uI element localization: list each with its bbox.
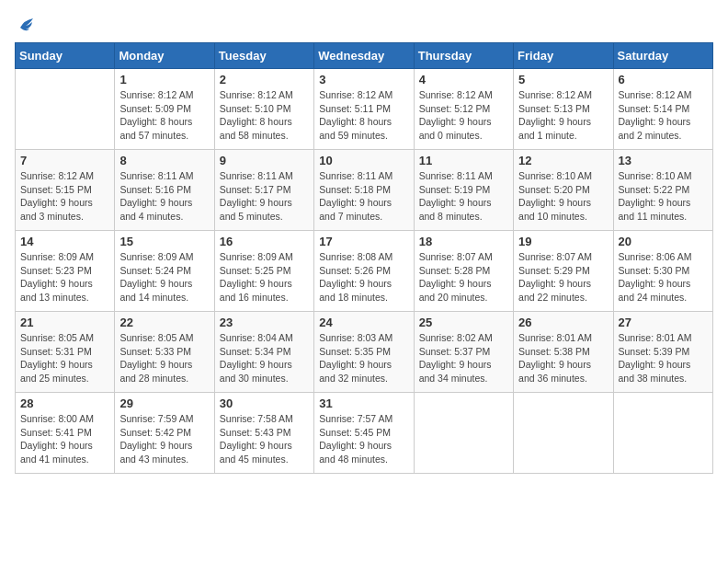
calendar-day-cell: 17Sunrise: 8:08 AM Sunset: 5:26 PM Dayli…	[314, 231, 414, 312]
calendar-week-row: 1Sunrise: 8:12 AM Sunset: 5:09 PM Daylig…	[16, 69, 713, 150]
calendar-day-cell: 4Sunrise: 8:12 AM Sunset: 5:12 PM Daylig…	[414, 69, 513, 150]
day-info: Sunrise: 8:02 AM Sunset: 5:37 PM Dayligh…	[419, 331, 508, 385]
day-info: Sunrise: 8:12 AM Sunset: 5:11 PM Dayligh…	[319, 88, 408, 143]
calendar-day-cell: 2Sunrise: 8:12 AM Sunset: 5:10 PM Daylig…	[214, 69, 313, 150]
weekday-header-row: SundayMondayTuesdayWednesdayThursdayFrid…	[16, 43, 713, 69]
day-info: Sunrise: 8:09 AM Sunset: 5:25 PM Dayligh…	[220, 250, 309, 304]
day-number: 14	[20, 235, 109, 248]
day-number: 11	[419, 154, 508, 167]
calendar-day-cell: 19Sunrise: 8:07 AM Sunset: 5:29 PM Dayli…	[514, 231, 613, 312]
logo	[15, 15, 37, 35]
calendar-day-cell	[414, 393, 513, 474]
day-info: Sunrise: 8:11 AM Sunset: 5:18 PM Dayligh…	[319, 169, 408, 224]
weekday-header-wednesday: Wednesday	[314, 43, 414, 69]
calendar-day-cell: 16Sunrise: 8:09 AM Sunset: 5:25 PM Dayli…	[214, 231, 313, 312]
day-info: Sunrise: 7:57 AM Sunset: 5:45 PM Dayligh…	[319, 412, 408, 466]
calendar-day-cell: 20Sunrise: 8:06 AM Sunset: 5:30 PM Dayli…	[613, 231, 712, 312]
day-info: Sunrise: 8:12 AM Sunset: 5:15 PM Dayligh…	[20, 169, 109, 224]
day-info: Sunrise: 8:12 AM Sunset: 5:13 PM Dayligh…	[518, 88, 608, 143]
day-info: Sunrise: 8:05 AM Sunset: 5:33 PM Dayligh…	[119, 331, 209, 385]
day-number: 25	[419, 316, 508, 329]
calendar-day-cell: 29Sunrise: 7:59 AM Sunset: 5:42 PM Dayli…	[115, 393, 214, 474]
calendar-day-cell: 5Sunrise: 8:12 AM Sunset: 5:13 PM Daylig…	[514, 69, 613, 150]
calendar-day-cell: 22Sunrise: 8:05 AM Sunset: 5:33 PM Dayli…	[115, 312, 214, 393]
calendar-week-row: 14Sunrise: 8:09 AM Sunset: 5:23 PM Dayli…	[16, 231, 713, 312]
weekday-header-thursday: Thursday	[414, 43, 513, 69]
day-info: Sunrise: 8:07 AM Sunset: 5:28 PM Dayligh…	[419, 250, 508, 304]
day-info: Sunrise: 7:58 AM Sunset: 5:43 PM Dayligh…	[220, 412, 309, 466]
day-number: 18	[419, 235, 508, 248]
day-number: 21	[20, 316, 109, 329]
day-number: 6	[619, 73, 708, 86]
calendar-day-cell: 25Sunrise: 8:02 AM Sunset: 5:37 PM Dayli…	[414, 312, 513, 393]
day-info: Sunrise: 8:01 AM Sunset: 5:38 PM Dayligh…	[518, 331, 608, 385]
weekday-header-tuesday: Tuesday	[214, 43, 313, 69]
day-info: Sunrise: 8:08 AM Sunset: 5:26 PM Dayligh…	[319, 250, 408, 304]
day-number: 24	[319, 316, 408, 329]
weekday-header-friday: Friday	[514, 43, 613, 69]
day-info: Sunrise: 8:05 AM Sunset: 5:31 PM Dayligh…	[20, 331, 109, 385]
calendar-day-cell: 11Sunrise: 8:11 AM Sunset: 5:19 PM Dayli…	[414, 150, 513, 231]
day-number: 30	[220, 396, 309, 410]
day-number: 9	[220, 154, 309, 167]
calendar-day-cell: 30Sunrise: 7:58 AM Sunset: 5:43 PM Dayli…	[214, 393, 313, 474]
calendar-day-cell: 14Sunrise: 8:09 AM Sunset: 5:23 PM Dayli…	[16, 231, 115, 312]
day-info: Sunrise: 8:03 AM Sunset: 5:35 PM Dayligh…	[319, 331, 408, 385]
calendar-day-cell: 13Sunrise: 8:10 AM Sunset: 5:22 PM Dayli…	[613, 150, 712, 231]
calendar-week-row: 28Sunrise: 8:00 AM Sunset: 5:41 PM Dayli…	[16, 393, 713, 474]
calendar-day-cell: 1Sunrise: 8:12 AM Sunset: 5:09 PM Daylig…	[115, 69, 214, 150]
calendar-week-row: 21Sunrise: 8:05 AM Sunset: 5:31 PM Dayli…	[16, 312, 713, 393]
day-info: Sunrise: 8:12 AM Sunset: 5:12 PM Dayligh…	[419, 88, 508, 143]
day-info: Sunrise: 8:09 AM Sunset: 5:23 PM Dayligh…	[20, 250, 109, 304]
day-info: Sunrise: 8:12 AM Sunset: 5:10 PM Dayligh…	[220, 88, 309, 143]
logo-bird-icon	[17, 15, 37, 35]
calendar-day-cell: 18Sunrise: 8:07 AM Sunset: 5:28 PM Dayli…	[414, 231, 513, 312]
day-info: Sunrise: 8:11 AM Sunset: 5:17 PM Dayligh…	[220, 169, 309, 224]
calendar-day-cell: 3Sunrise: 8:12 AM Sunset: 5:11 PM Daylig…	[314, 69, 414, 150]
day-number: 13	[619, 154, 708, 167]
weekday-header-monday: Monday	[115, 43, 214, 69]
calendar-day-cell: 8Sunrise: 8:11 AM Sunset: 5:16 PM Daylig…	[115, 150, 214, 231]
day-number: 23	[220, 316, 309, 329]
day-number: 12	[518, 154, 608, 167]
calendar-day-cell: 15Sunrise: 8:09 AM Sunset: 5:24 PM Dayli…	[115, 231, 214, 312]
day-number: 19	[518, 235, 608, 248]
day-info: Sunrise: 8:07 AM Sunset: 5:29 PM Dayligh…	[518, 250, 608, 304]
day-info: Sunrise: 8:11 AM Sunset: 5:16 PM Dayligh…	[119, 169, 209, 224]
calendar-day-cell: 6Sunrise: 8:12 AM Sunset: 5:14 PM Daylig…	[613, 69, 712, 150]
day-info: Sunrise: 8:12 AM Sunset: 5:14 PM Dayligh…	[619, 88, 708, 143]
calendar-week-row: 7Sunrise: 8:12 AM Sunset: 5:15 PM Daylig…	[16, 150, 713, 231]
day-info: Sunrise: 8:09 AM Sunset: 5:24 PM Dayligh…	[119, 250, 209, 304]
day-info: Sunrise: 8:04 AM Sunset: 5:34 PM Dayligh…	[220, 331, 309, 385]
calendar-day-cell: 21Sunrise: 8:05 AM Sunset: 5:31 PM Dayli…	[16, 312, 115, 393]
day-number: 5	[518, 73, 608, 86]
day-number: 10	[319, 154, 408, 167]
day-info: Sunrise: 8:10 AM Sunset: 5:22 PM Dayligh…	[619, 169, 708, 224]
day-number: 27	[619, 316, 708, 329]
day-number: 28	[20, 396, 109, 410]
day-number: 26	[518, 316, 608, 329]
day-number: 15	[119, 235, 209, 248]
calendar-day-cell: 31Sunrise: 7:57 AM Sunset: 5:45 PM Dayli…	[314, 393, 414, 474]
calendar-day-cell	[613, 393, 712, 474]
day-info: Sunrise: 8:06 AM Sunset: 5:30 PM Dayligh…	[619, 250, 708, 304]
calendar-day-cell	[16, 69, 115, 150]
day-number: 2	[220, 73, 309, 86]
calendar-day-cell: 27Sunrise: 8:01 AM Sunset: 5:39 PM Dayli…	[613, 312, 712, 393]
calendar-day-cell: 28Sunrise: 8:00 AM Sunset: 5:41 PM Dayli…	[16, 393, 115, 474]
day-number: 20	[619, 235, 708, 248]
calendar-day-cell: 10Sunrise: 8:11 AM Sunset: 5:18 PM Dayli…	[314, 150, 414, 231]
day-number: 22	[119, 316, 209, 329]
day-number: 4	[419, 73, 508, 86]
day-info: Sunrise: 8:12 AM Sunset: 5:09 PM Dayligh…	[119, 88, 209, 143]
day-info: Sunrise: 8:10 AM Sunset: 5:20 PM Dayligh…	[518, 169, 608, 224]
weekday-header-saturday: Saturday	[613, 43, 712, 69]
calendar-day-cell: 7Sunrise: 8:12 AM Sunset: 5:15 PM Daylig…	[16, 150, 115, 231]
calendar-day-cell: 23Sunrise: 8:04 AM Sunset: 5:34 PM Dayli…	[214, 312, 313, 393]
calendar-day-cell: 12Sunrise: 8:10 AM Sunset: 5:20 PM Dayli…	[514, 150, 613, 231]
day-info: Sunrise: 8:00 AM Sunset: 5:41 PM Dayligh…	[20, 412, 109, 466]
calendar-table: SundayMondayTuesdayWednesdayThursdayFrid…	[15, 42, 713, 474]
day-info: Sunrise: 8:11 AM Sunset: 5:19 PM Dayligh…	[419, 169, 508, 224]
calendar-day-cell: 24Sunrise: 8:03 AM Sunset: 5:35 PM Dayli…	[314, 312, 414, 393]
day-number: 1	[119, 73, 209, 86]
